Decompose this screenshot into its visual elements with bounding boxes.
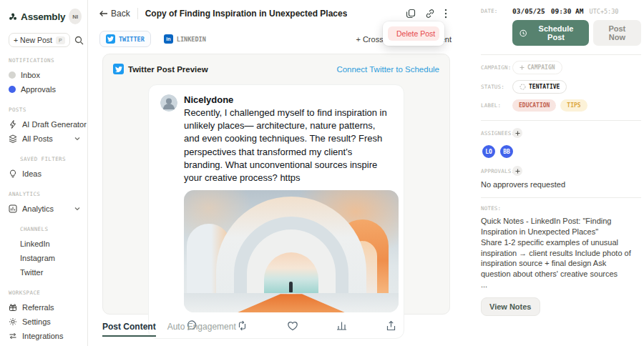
main-panel: Back Copy of Finding Inspiration in Unex…: [99, 0, 452, 346]
schedule-datetime[interactable]: 03/05/25 09:30 AM UTC+5:30: [512, 7, 618, 15]
sidebar-item-linkedin[interactable]: LinkedIn: [9, 237, 87, 251]
add-assignee-button[interactable]: [512, 128, 522, 138]
assignee-avatar[interactable]: BB: [499, 144, 514, 159]
tab-auto-engagement[interactable]: Auto Engagement: [167, 322, 236, 337]
search-button[interactable]: [74, 36, 84, 45]
details-panel: DATE: 03/05/25 09:30 AM UTC+5:30 Schedul…: [465, 0, 644, 346]
kebab-menu-icon: [444, 9, 447, 19]
copy-link-button[interactable]: [425, 9, 435, 19]
assembly-logo-icon: [9, 11, 17, 22]
tweet-text: Recently, I challenged myself to find in…: [184, 107, 392, 184]
like-icon: [287, 320, 298, 331]
add-approver-button[interactable]: [512, 166, 522, 176]
gift-icon: [9, 303, 17, 312]
layers-icon: [9, 134, 17, 143]
sidebar-item-settings[interactable]: Settings: [9, 315, 87, 329]
label-pill-education[interactable]: EDUCATION: [512, 99, 556, 112]
plus-icon: [519, 65, 525, 70]
sidebar-item-ideas[interactable]: Ideas: [9, 167, 87, 181]
assignee-avatar[interactable]: LO: [481, 144, 497, 159]
plus-icon: [515, 131, 520, 136]
app-header: Assembly NI: [9, 9, 87, 24]
sidebar-item-twitter[interactable]: Twitter: [9, 265, 87, 280]
link-icon: [425, 9, 435, 19]
notes-label: NOTES:: [481, 205, 641, 212]
new-post-button[interactable]: + New Post P: [9, 33, 70, 47]
status-label: STATUS:: [481, 84, 512, 90]
posts-heading: POSTS: [9, 107, 87, 113]
linkedin-icon: in: [164, 34, 173, 44]
twitter-icon: [113, 64, 124, 74]
tab-twitter[interactable]: TWITTER: [99, 31, 151, 47]
retweet-icon: [236, 320, 248, 331]
sidebar-item-inbox[interactable]: Inbox: [9, 68, 87, 82]
copy-icon: [406, 9, 416, 19]
approvals-label: APPROVALS:: [481, 168, 512, 174]
status-pill[interactable]: TENTATIVE: [512, 80, 567, 94]
channels-heading: CHANNELS: [20, 226, 87, 232]
workspace-heading: WORKSPACE: [9, 290, 87, 296]
date-label: DATE:: [481, 8, 512, 14]
tweet-author: Nicelydone: [184, 94, 392, 105]
divider: [481, 120, 641, 121]
back-arrow-icon: [99, 10, 108, 17]
chart-icon: [9, 204, 17, 213]
lightbulb-icon: [9, 169, 17, 178]
page-title: Copy of Finding Inspiration in Unexpecte…: [145, 9, 348, 19]
saved-filters-heading: SAVED FILTERS: [20, 156, 87, 162]
notifications-heading: NOTIFICATIONS: [9, 57, 87, 64]
tweet-image: [184, 190, 399, 312]
new-post-label: + New Post: [14, 36, 52, 44]
share-icon: [386, 320, 396, 331]
dashed-circle-icon: [519, 84, 526, 90]
approvals-empty-text: No approvers requested: [481, 180, 641, 189]
add-campaign-pill[interactable]: CAMPAIGN: [512, 61, 562, 74]
divider: [481, 197, 641, 198]
chevron-down-icon: [74, 137, 80, 141]
plus-icon: [515, 169, 520, 174]
more-options-button[interactable]: [444, 9, 447, 19]
sidebar-item-analytics[interactable]: Analytics: [9, 202, 87, 216]
tweet-preview: Nicelydone Recently, I challenged myself…: [148, 84, 404, 339]
header-divider: [137, 8, 138, 19]
gear-icon: [9, 317, 17, 326]
delete-post-menu-item[interactable]: Delete Post: [388, 26, 439, 41]
approvals-badge: [9, 86, 16, 93]
divider: [481, 54, 641, 55]
swap-arrows-icon: [9, 332, 17, 340]
label-label: LABEL:: [481, 102, 512, 109]
view-notes-button[interactable]: View Notes: [481, 297, 540, 316]
sidebar-item-referrals[interactable]: Referrals: [9, 300, 87, 315]
inbox-badge: [9, 71, 16, 79]
post-now-button[interactable]: Post Now: [593, 20, 641, 46]
date-value[interactable]: 03/05/25: [512, 7, 545, 15]
analytics-icon: [336, 320, 347, 331]
chevron-down-icon: [74, 207, 80, 211]
sidebar-item-approvals[interactable]: Approvals: [9, 82, 87, 97]
sidebar-item-integrations[interactable]: Integrations: [9, 329, 87, 343]
schedule-post-button[interactable]: Schedule Post: [512, 20, 589, 46]
sidebar: Assembly NI + New Post P NOTIFICATIONS I…: [0, 0, 88, 346]
duplicate-button[interactable]: [406, 9, 416, 19]
clock-icon: [519, 29, 527, 37]
user-avatar[interactable]: NI: [69, 9, 82, 24]
notes-text: Quick Notes - LinkedIn Post: "Finding In…: [481, 216, 633, 290]
sidebar-item-instagram[interactable]: Instagram: [9, 251, 87, 265]
context-menu: Delete Post: [383, 21, 444, 46]
back-button[interactable]: Back: [99, 9, 130, 19]
tweet-avatar: [160, 94, 177, 112]
app-name: Assembly: [21, 11, 65, 22]
preview-title: Twitter Post Preview: [128, 65, 208, 74]
connect-twitter-link[interactable]: Connect Twitter to Schedule: [336, 65, 439, 74]
time-value[interactable]: 09:30 AM: [551, 7, 584, 15]
label-pill-tips[interactable]: TIPS: [560, 99, 587, 112]
analytics-heading: ANALYTICS: [9, 191, 87, 197]
timezone-value: UTC+5:30: [590, 8, 619, 15]
campaign-label: CAMPAIGN:: [481, 64, 512, 71]
lightning-icon: [9, 120, 17, 129]
tab-post-content[interactable]: Post Content: [102, 322, 156, 337]
tab-linkedin[interactable]: in LINKEDIN: [158, 31, 212, 46]
sidebar-item-ai-draft-generator[interactable]: AI Draft Generator: [9, 117, 87, 132]
sidebar-item-all-posts[interactable]: All Posts: [9, 132, 87, 146]
sidebar-item-help[interactable]: ? Help: [9, 343, 87, 346]
